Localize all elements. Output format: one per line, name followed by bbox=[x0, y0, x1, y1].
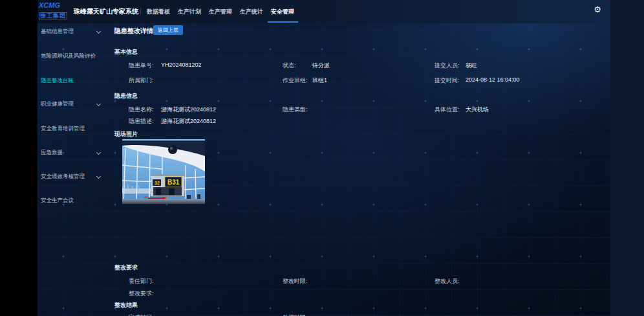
back-button[interactable]: 返回上层 bbox=[153, 25, 183, 35]
system-title: 珠峰露天矿山专家系统 bbox=[74, 7, 138, 16]
gate-sign-32: 32 bbox=[155, 181, 160, 185]
field-label-hazard-desc: 隐患描述: bbox=[129, 117, 154, 126]
top-nav-menu: 数据看板 生产计划 生产管理 生产统计 安全管理 bbox=[147, 0, 294, 23]
field-value-hazard-no: YH2024081202 bbox=[161, 62, 202, 68]
hazard-detail-panel: 隐患整改详情 返回上层 基本信息 隐患单号: YH2024081202 状态: … bbox=[114, 23, 610, 316]
nav-item-production-plan[interactable]: 生产计划 bbox=[178, 8, 201, 16]
screen: XCMG 徐工集团 珠峰露天矿山专家系统 | 数据看板 生产计划 生产管理 生产… bbox=[0, 0, 644, 316]
section-title-basic-info: 基本信息 bbox=[114, 48, 138, 56]
field-label-deadline: 整改时限: bbox=[283, 277, 308, 286]
field-label-submitter: 提交人员: bbox=[435, 62, 460, 70]
nav-item-dashboard[interactable]: 数据看板 bbox=[147, 8, 170, 16]
sidebar-item-label: 职业健康管理 bbox=[41, 100, 74, 108]
section-title-rectification-result: 整改结果 bbox=[114, 301, 138, 310]
field-label-resp-dept: 责任部门: bbox=[129, 277, 154, 286]
field-label-hazard-type: 隐患类型: bbox=[283, 106, 308, 114]
gear-icon[interactable]: ⚙ bbox=[594, 5, 601, 14]
section-title-hazard-info: 隐患信息 bbox=[114, 92, 138, 100]
field-value-status: 待分派 bbox=[312, 62, 330, 70]
nav-item-production-stats[interactable]: 生产统计 bbox=[240, 8, 263, 16]
sidebar-item-hazard-identification[interactable]: 危险源辨识及风险评价 bbox=[38, 52, 114, 62]
requirement-row-1: 责任部门: 整改时限: 整改人员: bbox=[114, 277, 610, 285]
nav-item-safety-mgmt[interactable]: 安全管理 bbox=[271, 8, 294, 16]
sidebar-item-basic-info[interactable]: 基础信息管理 bbox=[38, 28, 114, 37]
hazard-info-row-2: 隐患描述: 游海花测试20240812 bbox=[114, 117, 610, 125]
result-row-1: 完成时间: 处理时限: bbox=[114, 313, 610, 316]
sidebar-item-hazard-rectification-ledger[interactable]: 隐患整改台账 bbox=[38, 77, 114, 86]
airport-photo-graphic: 32 B31 bbox=[122, 139, 205, 204]
gate-sign-b31: B31 bbox=[167, 179, 180, 186]
field-label-hazard-no: 隐患单号: bbox=[129, 62, 154, 70]
field-value-hazard-desc: 游海花测试20240812 bbox=[161, 117, 216, 126]
sidebar: 基础信息管理 危险源辨识及风险评价 隐患整改台账 职业健康管理 安全教育培训管理 bbox=[38, 23, 114, 316]
title-separator: | bbox=[140, 7, 142, 14]
field-label-hazard-name: 隐患名称: bbox=[129, 106, 154, 114]
requirement-row-2: 整改要求: bbox=[114, 289, 610, 297]
field-value-hazard-name: 游海花测试20240812 bbox=[161, 106, 216, 114]
field-value-work-team: 班组1 bbox=[312, 76, 327, 85]
field-label-finish-time: 完成时间: bbox=[129, 313, 154, 316]
sidebar-item-label: 基础信息管理 bbox=[41, 28, 74, 36]
field-value-location: 大兴机场 bbox=[466, 106, 489, 114]
chevron-down-icon bbox=[96, 29, 101, 34]
field-label-req-text: 整改要求: bbox=[129, 289, 154, 298]
section-title-rectification-req: 整改要求 bbox=[114, 264, 138, 272]
logo-text-xcmg: XCMG bbox=[39, 2, 74, 9]
sidebar-item-label: 危险源辨识及风险评价 bbox=[41, 52, 96, 60]
app-window: XCMG 徐工集团 珠峰露天矿山专家系统 | 数据看板 生产计划 生产管理 生产… bbox=[38, 0, 610, 316]
sidebar-item-safety-performance[interactable]: 安全绩效考核管理 bbox=[38, 173, 114, 182]
sidebar-item-safety-education[interactable]: 安全教育培训管理 bbox=[38, 125, 114, 134]
xcmg-logo: XCMG 徐工集团 bbox=[39, 2, 74, 21]
content-area: 基础信息管理 危险源辨识及风险评价 隐患整改台账 职业健康管理 安全教育培训管理 bbox=[38, 23, 610, 316]
basic-info-row-2: 所属部门: 作业班组: 班组1 提交时间: 2024-08-12 16:04:0… bbox=[114, 76, 610, 84]
chevron-down-icon bbox=[96, 102, 101, 106]
top-navbar: XCMG 徐工集团 珠峰露天矿山专家系统 | 数据看板 生产计划 生产管理 生产… bbox=[38, 0, 610, 23]
site-photo-thumbnail[interactable]: 32 B31 bbox=[122, 139, 205, 204]
sidebar-item-label: 应急救援 bbox=[41, 149, 63, 157]
desktop-right-band bbox=[610, 0, 644, 316]
field-value-submit-time: 2024-08-12 16:04:00 bbox=[466, 76, 520, 83]
page-title: 隐患整改详情 bbox=[114, 27, 153, 36]
section-title-site-photo: 现场照片 bbox=[114, 130, 138, 139]
nav-item-production-mgmt[interactable]: 生产管理 bbox=[209, 8, 232, 16]
field-label-submit-time: 提交时间: bbox=[435, 76, 460, 85]
field-label-work-team: 作业班组: bbox=[283, 76, 308, 85]
field-label-location: 具体位置: bbox=[435, 106, 460, 114]
chevron-down-icon bbox=[96, 150, 101, 155]
chevron-down-icon bbox=[96, 174, 101, 179]
field-label-status: 状态: bbox=[283, 62, 296, 70]
logo-text-group: 徐工集团 bbox=[39, 12, 67, 19]
sidebar-item-occupational-health[interactable]: 职业健康管理 bbox=[38, 100, 114, 109]
sidebar-item-label: 安全教育培训管理 bbox=[41, 125, 85, 133]
field-label-process-limit: 处理时限: bbox=[283, 313, 308, 316]
sidebar-item-label: 安全生产会议 bbox=[41, 197, 74, 205]
sidebar-item-label: 隐患整改台账 bbox=[41, 77, 74, 85]
field-label-rectifier: 整改人员: bbox=[435, 277, 460, 286]
sidebar-item-emergency-rescue[interactable]: 应急救援 bbox=[38, 149, 114, 158]
basic-info-row-1: 隐患单号: YH2024081202 状态: 待分派 提交人员: 杨旺 bbox=[114, 62, 610, 69]
sidebar-item-safety-meeting[interactable]: 安全生产会议 bbox=[38, 197, 114, 206]
field-label-department: 所属部门: bbox=[129, 76, 154, 85]
sidebar-item-label: 安全绩效考核管理 bbox=[41, 173, 85, 181]
field-value-submitter: 杨旺 bbox=[466, 62, 477, 70]
hazard-info-row-1: 隐患名称: 游海花测试20240812 隐患类型: 具体位置: 大兴机场 bbox=[114, 106, 610, 113]
